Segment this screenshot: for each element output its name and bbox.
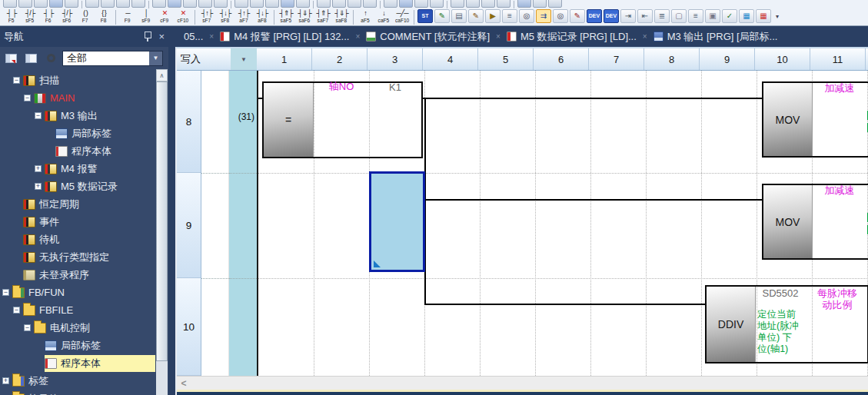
ladder-tool-aF7-button[interactable]: ┤↑├aF7 [234,9,253,25]
toolbar-icon[interactable] [317,0,331,8]
compare-instruction-block[interactable]: = [262,81,423,158]
tree-item[interactable]: −MAIN [0,89,155,107]
find-coil-icon[interactable]: ✎ [570,9,585,23]
instruction-mnemonic[interactable]: MOV [763,83,813,156]
ladder-tool-caF5-button[interactable]: ↓caF5 [374,9,393,25]
ladder-tool-caF10-button[interactable]: ─╱─caF10 [393,9,411,25]
tree-item[interactable]: +M5 数据记录 [0,178,155,195]
display-lines-icon[interactable]: ≣ [654,9,670,23]
toolbar-icon[interactable] [183,0,197,8]
ladder-tool-saF5-button[interactable]: ┤⇑├saF5 [277,9,295,25]
tree-item[interactable]: 未登录程序 [0,266,155,284]
find-device-icon[interactable]: ◎ [519,9,534,23]
ladder-tool-sF9-button[interactable]: │sF9 [137,9,155,25]
ladder-tool-saF8-button[interactable]: ┤⇓├saF8 [332,9,351,25]
instruction-mnemonic[interactable]: MOV [763,185,813,258]
toolbar-icon[interactable] [414,0,428,8]
toolbar-icon[interactable] [198,0,212,8]
collapse-icon[interactable]: − [24,95,31,101]
tree-item[interactable]: 局部标签 [0,124,155,142]
ladder-tool-sF6-button[interactable]: ┤/├sF6 [58,9,76,25]
ladder-tool-F9-button[interactable]: ─F9 [118,9,137,25]
find-contact-icon[interactable]: ◎ [553,9,568,23]
tree-item[interactable]: −FB/FUN [0,284,155,301]
toolbar-icon[interactable] [481,0,495,8]
collapse-icon[interactable]: − [13,307,20,314]
toolbar-icon[interactable] [466,0,480,8]
toolbar-icon[interactable] [234,0,248,8]
ladder-tool-F6-button[interactable]: ┤ ├F6 [39,9,58,25]
cross-reference-icon[interactable]: ⇉ [536,9,551,23]
tab-4[interactable]: M5 数据记录 [PRG] [LD]... [501,26,642,47]
ladder-tool-cF10-button[interactable]: ✕cF10 [174,9,192,25]
edit-ladder-icon[interactable]: ✎ [434,9,450,23]
toolbar-icon[interactable] [49,0,63,8]
instruction-mnemonic[interactable]: DDIV [707,287,756,362]
tree-item[interactable]: 无执行类型指定 [0,248,155,266]
toolbar-icon[interactable] [384,0,397,8]
tree-item[interactable]: 局部标签 [0,337,155,354]
chevron-down-icon[interactable]: ▼ [149,51,162,65]
delete-row-icon[interactable]: ⇤ [637,9,653,23]
row-number[interactable]: 8 [177,71,201,173]
nav-scrollbar-thumb[interactable] [156,81,168,361]
ladder-tool-F5-button[interactable]: ┤ ├F5 [2,9,21,25]
toolbar-icon[interactable] [451,0,464,8]
nav-scrollbar[interactable]: ∧ [156,69,168,395]
toolbar-overflow-icon[interactable]: ▾ [772,9,783,23]
toolbar-icon[interactable] [85,0,99,8]
pin-icon[interactable] [144,32,151,41]
close-icon[interactable]: × [158,32,165,41]
nav-filter-select[interactable]: 全部 ▼ [62,51,163,66]
ladder-tool-sF8-button[interactable]: ┤↓├sF8 [216,9,234,25]
toolbar-icon[interactable] [34,0,48,8]
collapse-icon[interactable]: − [13,77,20,84]
ladder-tool-saF7-button[interactable]: ┤⇑├saF7 [314,9,332,25]
collapse-icon[interactable]: − [2,289,9,296]
toolbar-icon[interactable] [116,0,130,8]
ladder-tool-F7-button[interactable]: ( )F7 [76,9,95,25]
ladder-tool-aF5-button[interactable]: ↑aF5 [356,9,374,25]
toolbar-icon[interactable] [332,0,346,8]
toolbar-icon[interactable] [168,0,181,8]
tab-1[interactable]: 05... [178,26,208,47]
tree-item[interactable]: +标签 [0,372,155,390]
instruction-mnemonic[interactable]: = [264,83,314,157]
tree-item[interactable]: −M3 输出 [0,107,155,124]
expand-icon[interactable]: + [35,183,42,190]
selected-cell[interactable] [369,171,425,272]
scroll-left-icon[interactable]: < [177,377,191,390]
check-program-icon[interactable]: ✓ [722,9,737,23]
convert-all-icon[interactable]: ▦ [756,9,771,23]
tree-item[interactable]: −FBFILE [0,301,155,319]
toolbar-icon[interactable] [348,0,361,8]
toolbar-icon[interactable] [517,0,531,8]
insert-row-icon[interactable]: ⇥ [620,9,636,23]
scroll-up-icon[interactable]: ∧ [156,69,168,81]
tree-item[interactable]: 程序本体 [0,142,155,160]
toolbar-icon[interactable] [18,0,32,8]
toolbar-icon[interactable] [131,0,145,8]
tree-item[interactable]: 待机 [0,231,155,248]
ladder-tool-aF8-button[interactable]: ┤↓├aF8 [253,9,271,25]
toolbar-icon[interactable] [101,0,115,8]
toolbar-icon[interactable] [250,0,264,8]
ladder-canvas[interactable]: = 轴NO K1 MOV 加减速 MOV 加减速 [257,71,868,376]
note-edit-icon[interactable]: ✎ [468,9,484,23]
toolbar-icon[interactable] [265,0,279,8]
toolbar-icon[interactable] [281,0,294,8]
statement-edit-icon[interactable]: ▤ [451,9,467,23]
tree-item[interactable]: −电机控制 [0,319,155,337]
ladder-tool-sF7-button[interactable]: ┤↑├sF7 [198,9,216,25]
toolbar-icon[interactable] [65,0,78,8]
toolbar-icon[interactable] [214,0,228,8]
tree-item-selected[interactable]: 程序本体 [0,354,155,372]
tab-2[interactable]: M4 报警 [PRG] [LD] 132... [215,26,354,47]
statement-list-icon[interactable]: ≡ [502,9,517,23]
tree-item[interactable]: 软元件 [0,390,155,395]
note-display-icon[interactable]: ▣ [705,9,720,23]
tree-item[interactable]: 恒定周期 [0,195,155,213]
step-column-header[interactable]: ▼ [231,48,257,70]
collapse-icon[interactable]: − [35,112,42,119]
row-number[interactable]: 9 [177,173,201,278]
